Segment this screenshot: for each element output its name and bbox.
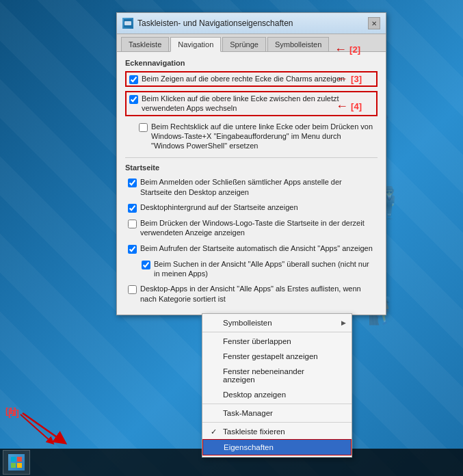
tab-spruenge[interactable]: Sprünge xyxy=(222,37,266,51)
checkbox-ss5[interactable] xyxy=(142,261,150,269)
annotation-2: ← [2] xyxy=(334,42,360,57)
main-dialog: Taskleisten- und Navigationseigenschafte… xyxy=(116,12,386,315)
context-separator-1 xyxy=(202,332,352,332)
section-divider-1 xyxy=(125,157,378,158)
annotation-4: ← [4] xyxy=(336,99,362,114)
dialog-icon xyxy=(122,18,133,29)
context-item-taskmanager[interactable]: Task-Manager xyxy=(202,406,352,423)
checkbox-3[interactable] xyxy=(139,123,148,132)
tab-navigation[interactable]: Navigation xyxy=(170,37,221,52)
svg-rect-5 xyxy=(11,463,16,468)
checkbox-ss6[interactable] xyxy=(128,285,137,294)
context-item-fixieren[interactable]: Taskleiste fixieren xyxy=(202,424,352,439)
context-item-gestapelt[interactable]: Fenster gestapelt anzeigen xyxy=(202,349,352,364)
context-item-eigenschaften[interactable]: Eigenschaften xyxy=(202,439,352,455)
checkbox-ss3[interactable] xyxy=(128,220,137,228)
start-icon xyxy=(8,454,25,471)
checkbox-ss1[interactable] xyxy=(128,178,137,187)
checkbox-label-ss4: Beim Aufrufen der Startseite automatisch… xyxy=(140,243,373,253)
context-item-nebeneinander[interactable]: Fenster nebeneinander anzeigen xyxy=(202,364,352,387)
checkbox-label-3: Beim Rechtsklick auf die untere linke Ec… xyxy=(151,122,375,151)
tab-symbolleisten[interactable]: Symbolleisten xyxy=(267,37,329,51)
checkbox-row-ss6: Desktop-Apps in der Ansicht "Alle Apps" … xyxy=(125,282,378,305)
section-eckennavigation: Eckennavigation xyxy=(125,59,378,67)
checkbox-ss2[interactable] xyxy=(128,204,137,213)
checkbox-row-ss2: Desktophintergrund auf der Startseite an… xyxy=(125,201,378,214)
checkbox-label-ss5: Beim Suchen in der Ansicht "Alle Apps" ü… xyxy=(154,259,375,279)
checkbox-row-ss5: Beim Suchen in der Ansicht "Alle Apps" ü… xyxy=(139,258,378,280)
dialog-titlebar: Taskleisten- und Navigationseigenschafte… xyxy=(117,13,386,34)
context-item-symbolleisten[interactable]: Symbolleisten xyxy=(202,315,352,330)
checkbox-row-ss1: Beim Anmelden oder Schließen sämtlicher … xyxy=(125,176,378,198)
svg-line-7 xyxy=(23,413,62,440)
dialog-content: Eckennavigation Beim Zeigen auf die ober… xyxy=(117,52,386,315)
checkbox-row-ss3: Beim Drücken der Windows-Logo-Taste die … xyxy=(125,217,378,239)
checkbox-2[interactable] xyxy=(129,95,138,104)
checkbox-label-ss6: Desktop-Apps in der Ansicht "Alle Apps" … xyxy=(140,284,375,304)
checkbox-1[interactable] xyxy=(129,75,138,84)
svg-rect-6 xyxy=(17,463,22,468)
checkbox-label-ss1: Beim Anmelden oder Schließen sämtlicher … xyxy=(140,177,375,197)
tab-taskleiste[interactable]: Taskleiste xyxy=(121,37,169,51)
checkbox-label-1: Beim Zeigen auf die obere rechte Ecke di… xyxy=(142,74,345,83)
annotation-arrow-red xyxy=(19,410,74,447)
section-startseite: Startseite xyxy=(125,163,378,172)
checkbox-row-ss4: Beim Aufrufen der Startseite automatisch… xyxy=(125,242,378,255)
annotation-3: ← [3] xyxy=(336,72,362,86)
checkbox-label-ss3: Beim Drücken der Windows-Logo-Taste die … xyxy=(140,218,375,238)
context-item-ueberlappen[interactable]: Fenster überlappen xyxy=(202,334,352,349)
svg-rect-4 xyxy=(17,457,22,462)
svg-rect-2 xyxy=(124,21,131,25)
checkbox-ss4[interactable] xyxy=(128,245,137,254)
dialog-title: Taskleisten- und Navigationseigenschafte… xyxy=(137,18,293,28)
checkbox-row-3: Beim Rechtsklick auf die untere linke Ec… xyxy=(136,120,378,153)
checkbox-label-ss2: Desktophintergrund auf der Startseite an… xyxy=(140,202,298,212)
title-left: Taskleisten- und Navigationseigenschafte… xyxy=(122,18,293,29)
taskbar-start-button[interactable] xyxy=(3,450,30,475)
svg-rect-3 xyxy=(11,457,16,462)
context-menu: Symbolleisten Fenster überlappen Fenster… xyxy=(202,313,352,458)
context-item-desktop[interactable]: Desktop anzeigen xyxy=(202,387,352,404)
annotation-1-label: [1] xyxy=(5,406,16,416)
close-button[interactable]: ✕ xyxy=(368,17,380,29)
